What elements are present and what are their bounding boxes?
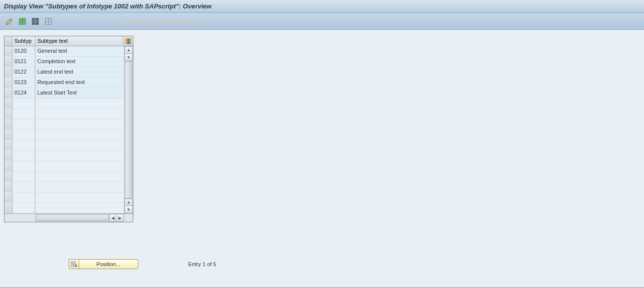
- cell-text-empty: [35, 98, 124, 108]
- row-selector[interactable]: [4, 57, 12, 67]
- row-selector[interactable]: [4, 172, 12, 182]
- table-row-empty: [4, 130, 124, 140]
- table-dark-icon: [31, 17, 39, 25]
- content-area: Subtyp Subtype text 0120General text0121…: [0, 30, 644, 288]
- row-selector[interactable]: [4, 67, 12, 77]
- cell-text-empty: [35, 140, 124, 150]
- table-config-button[interactable]: [123, 36, 133, 46]
- cell-subtyp-empty: [12, 119, 35, 129]
- cell-subtyp-empty: [12, 140, 35, 150]
- hscroll-track[interactable]: [35, 214, 109, 222]
- cell-subtyp[interactable]: 0122: [12, 67, 35, 77]
- select-all-button[interactable]: [17, 16, 28, 27]
- cell-text[interactable]: Latest end text: [35, 67, 124, 77]
- table-row-empty: [4, 172, 124, 182]
- horizontal-scrollbar-row: ◀ ▶: [4, 213, 133, 222]
- watermark: © www.tutorialkart.com: [119, 16, 211, 26]
- cell-subtyp-empty: [12, 182, 35, 192]
- pencil-icon: [5, 17, 13, 25]
- vertical-scrollbar[interactable]: ▲ ▼ ▲ ▼: [124, 46, 133, 213]
- cell-subtyp-empty: [12, 172, 35, 182]
- table-row-empty: [4, 203, 124, 213]
- cell-text[interactable]: Latest Start Text: [35, 88, 124, 98]
- cell-subtyp[interactable]: 0120: [12, 46, 35, 56]
- select-all-column[interactable]: [4, 36, 12, 46]
- table-view-button[interactable]: [43, 16, 54, 27]
- change-button[interactable]: [4, 16, 15, 27]
- row-selector[interactable]: [4, 46, 12, 56]
- table-row-empty: [4, 192, 124, 203]
- cell-text-empty: [35, 151, 124, 161]
- hscroll-spacer: [4, 214, 35, 222]
- table-row-empty: [4, 140, 124, 151]
- scroll-down-button[interactable]: ▼: [124, 54, 133, 61]
- title-bar: Display View "Subtypes of Infotype 1002 …: [0, 0, 644, 13]
- scroll-up-button[interactable]: ▲: [124, 46, 133, 54]
- table-row[interactable]: 0120General text: [4, 46, 124, 57]
- scroll-right-button[interactable]: ▶: [116, 214, 124, 222]
- position-button[interactable]: Position...: [79, 259, 138, 269]
- position-control: Position...: [69, 259, 138, 269]
- cell-text-empty: [35, 172, 124, 182]
- scroll-left-button[interactable]: ◀: [109, 214, 116, 222]
- scroll-down-button-bottom[interactable]: ▼: [124, 206, 133, 213]
- cell-subtyp-empty: [12, 151, 35, 161]
- svg-rect-13: [128, 39, 129, 44]
- table-row-empty: [4, 119, 124, 130]
- row-selector[interactable]: [4, 151, 12, 161]
- cell-subtyp[interactable]: 0123: [12, 78, 35, 88]
- table-row-empty: [4, 161, 124, 172]
- config-grid-icon: [125, 38, 131, 44]
- cell-subtyp-empty: [12, 130, 35, 140]
- vscroll-track[interactable]: [124, 61, 133, 198]
- table-row-empty: [4, 151, 124, 161]
- cell-text[interactable]: Requested end text: [35, 78, 124, 88]
- row-selector[interactable]: [4, 130, 12, 140]
- cell-subtyp-empty: [12, 109, 35, 119]
- cell-text-empty: [35, 203, 124, 213]
- cell-text[interactable]: General text: [35, 46, 124, 56]
- table-row[interactable]: 0123Requested end text: [4, 78, 124, 88]
- row-selector[interactable]: [4, 119, 12, 129]
- table-green-icon: [18, 17, 26, 25]
- column-header-subtyp[interactable]: Subtyp: [12, 36, 35, 46]
- row-selector[interactable]: [4, 161, 12, 171]
- table-body: 0120General text0121Completion text0122L…: [4, 46, 133, 213]
- table-row[interactable]: 0121Completion text: [4, 57, 124, 67]
- table-settings-button[interactable]: [30, 16, 41, 27]
- row-selector[interactable]: [4, 78, 12, 88]
- row-selector[interactable]: [4, 140, 12, 150]
- cell-text-empty: [35, 109, 124, 119]
- row-selector[interactable]: [4, 192, 12, 202]
- row-selector[interactable]: [4, 182, 12, 192]
- cell-text-empty: [35, 161, 124, 171]
- table-header: Subtyp Subtype text: [4, 36, 133, 46]
- horizontal-scrollbar[interactable]: ◀ ▶: [35, 214, 124, 222]
- footer-area: Position... Entry 1 of 5: [4, 259, 216, 269]
- position-icon-box: [69, 259, 79, 269]
- table-row-empty: [4, 98, 124, 109]
- cell-subtyp-empty: [12, 192, 35, 202]
- cell-subtyp[interactable]: 0124: [12, 88, 35, 98]
- scroll-corner: [124, 214, 133, 222]
- svg-rect-12: [126, 39, 128, 44]
- svg-rect-14: [129, 39, 131, 44]
- cell-subtyp[interactable]: 0121: [12, 57, 35, 67]
- row-selector[interactable]: [4, 88, 12, 98]
- row-selector[interactable]: [4, 98, 12, 108]
- column-header-text[interactable]: Subtype text: [35, 36, 123, 46]
- hscroll-thumb[interactable]: [35, 214, 109, 221]
- cell-subtyp-empty: [12, 161, 35, 171]
- cell-subtyp-empty: [12, 203, 35, 213]
- subtype-table: Subtyp Subtype text 0120General text0121…: [4, 36, 133, 222]
- table-row[interactable]: 0122Latest end text: [4, 67, 124, 78]
- row-selector[interactable]: [4, 203, 12, 213]
- table-row-empty: [4, 109, 124, 119]
- position-icon: [71, 261, 78, 268]
- cell-text[interactable]: Completion text: [35, 57, 124, 67]
- cell-subtyp-empty: [12, 98, 35, 108]
- row-selector[interactable]: [4, 109, 12, 119]
- vscroll-thumb[interactable]: [125, 61, 132, 198]
- scroll-up-button-bottom[interactable]: ▲: [124, 198, 133, 206]
- table-row[interactable]: 0124Latest Start Text: [4, 88, 124, 98]
